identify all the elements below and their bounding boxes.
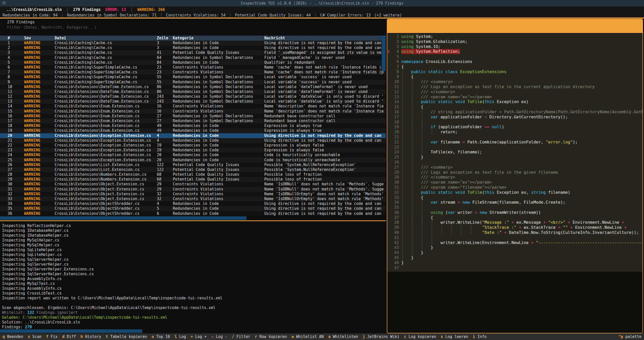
col-header-file[interactable]: Datei bbox=[55, 36, 157, 40]
shortcut-row-kopieren[interactable]: r Row kopieren bbox=[255, 334, 287, 339]
table-row[interactable]: 29WARNINGCrossLib\Extensions\Numbers.Ext… bbox=[0, 177, 386, 182]
findings-panel-title: 279 Findings bbox=[7, 20, 35, 24]
code-line: 20│ │ │ │ return; bbox=[387, 129, 642, 135]
shortcut-log[interactable]: l Log bbox=[175, 334, 186, 339]
table-row[interactable]: 15WARNINGCrossLib\Extensions\Enum.Extens… bbox=[0, 109, 386, 114]
status-bar: ..\CrossLib\CrossLib.sln │ 279 Findings … bbox=[0, 7, 644, 12]
code-line: 1using System; bbox=[387, 34, 642, 39]
table-row[interactable]: 20WARNINGCrossLib\Extensions\Exception.E… bbox=[0, 133, 386, 138]
col-header-sev[interactable]: Sev bbox=[24, 36, 55, 40]
shortcut-beenden[interactable]: q Beenden bbox=[3, 334, 23, 339]
code-line: 3using System.IO; bbox=[387, 44, 642, 49]
log-line: Inspecting MySqlHelper.cs bbox=[2, 238, 383, 243]
table-row[interactable]: 24WARNINGCrossLib\Extensions\Exception.E… bbox=[0, 153, 386, 157]
table-row[interactable]: 10WARNINGCrossLib\Extensions\DateTime.Ex… bbox=[0, 85, 386, 89]
shortcut-filter[interactable]: / Filter bbox=[232, 334, 250, 339]
code-line: 13│ │ /// <param name="ex"></param> bbox=[387, 94, 642, 100]
code-line: 11│ │ /// Logs an exception as text file… bbox=[387, 84, 642, 89]
table-row[interactable]: 30WARNINGCrossLib\Extensions\Object.Exte… bbox=[0, 182, 386, 187]
category-stat: Potential Code Quality Issues: 44 bbox=[235, 13, 311, 18]
col-header-category[interactable]: Kategorie bbox=[173, 36, 264, 40]
shortcut-whitelist-an[interactable]: w Whitelist AN bbox=[292, 334, 324, 339]
log-horizontal-scrollbar-thumb[interactable] bbox=[0, 329, 142, 333]
table-vertical-scrollbar-thumb[interactable] bbox=[382, 36, 386, 71]
table-row[interactable]: 31WARNINGCrossLib\Extensions\Object.Exte… bbox=[0, 187, 386, 192]
shortcut-log-[interactable]: + Log + bbox=[191, 334, 207, 339]
log-line: Inspection report was written to C:\User… bbox=[2, 296, 383, 301]
separator: │ bbox=[66, 7, 69, 12]
code-line: 15│ │ { bbox=[387, 104, 642, 109]
shortcut-tabelle-kopieren[interactable]: t Tabelle kopieren bbox=[106, 334, 147, 339]
palette-shortcut[interactable]: ^p palette bbox=[619, 334, 641, 339]
shortcut-top-10[interactable]: o Top 10 bbox=[152, 334, 170, 339]
table-row[interactable]: 1WARNINGCrossLib\Caching\Cache.cs3Redund… bbox=[0, 41, 386, 45]
category-stat: Constraints Violations: 54 bbox=[166, 13, 226, 18]
log-line: Scan abgeschlossen. Ergebnis: C:\Users\M… bbox=[2, 305, 383, 310]
table-row[interactable]: 25WARNINGCrossLib\Extensions\Exception.E… bbox=[0, 158, 386, 163]
table-row[interactable]: 11WARNINGCrossLib\Extensions\DateTime.Ex… bbox=[0, 89, 386, 94]
table-row[interactable]: 8WARNINGCrossLib\Caching\SuperSimpleCach… bbox=[0, 75, 386, 79]
table-row[interactable]: 17WARNINGCrossLib\Extensions\Enum.Extens… bbox=[0, 119, 386, 123]
table-row[interactable]: 28WARNINGCrossLib\Extensions\Numbers.Ext… bbox=[0, 172, 386, 177]
table-row[interactable]: 14WARNINGCrossLib\Extensions\Enum.Extens… bbox=[0, 104, 386, 109]
table-row[interactable]: 26WARNINGCrossLib\Extensions\List.Extens… bbox=[0, 163, 386, 167]
code-line: 12│ │ /// </summary> bbox=[387, 89, 642, 94]
table-row[interactable]: 9WARNINGCrossLib\Caching\SuperSimpleCach… bbox=[0, 80, 386, 85]
table-row[interactable]: 13WARNINGCrossLib\Extensions\DateTime.Ex… bbox=[0, 99, 386, 104]
code-line: 44│ │ } bbox=[387, 250, 642, 255]
shortcut-info[interactable]: i Info bbox=[473, 334, 486, 339]
top-divider bbox=[0, 18, 644, 19]
shortcut-log-leeren[interactable]: x Log leeren bbox=[441, 334, 468, 339]
table-row[interactable]: 4WARNINGCrossLib\Caching\Cache.cs64Redun… bbox=[0, 55, 386, 60]
code-line: 24│ │ │ ToFile(ex, filename); bbox=[387, 150, 642, 155]
table-horizontal-scrollbar-thumb[interactable] bbox=[0, 216, 247, 220]
table-row[interactable]: 27WARNINGCrossLib\Extensions\List.Extens… bbox=[0, 167, 386, 172]
code-line: 6namespace CrossLib.Extensions bbox=[387, 59, 642, 64]
col-header-line[interactable]: Zeile bbox=[157, 36, 173, 40]
code-line: 27│ │ /// <summary> bbox=[387, 165, 642, 170]
table-row[interactable]: 16WARNINGCrossLib\Extensions\Enum.Extens… bbox=[0, 114, 386, 119]
code-panel[interactable]: CrossLib\Extensions\Exception.Extension.… bbox=[387, 19, 643, 333]
shortcut-diff[interactable]: d Diff bbox=[62, 334, 76, 339]
table-row[interactable]: 6WARNINGCrossLib\Caching\SuperSimpleCach… bbox=[0, 65, 386, 70]
shortcut-history[interactable]: h History bbox=[81, 334, 101, 339]
log-line: Inspecting AssemblyInfo.cs bbox=[2, 286, 383, 291]
code-line: 8│ public static class ExceptionExtensio… bbox=[387, 69, 642, 74]
findings-count: 279 Findings bbox=[73, 7, 101, 12]
table-row[interactable]: 18WARNINGCrossLib\Extensions\Enum.Extens… bbox=[0, 123, 386, 128]
code-line: 21│ │ │ bbox=[387, 135, 642, 140]
shortcut-whitelisten[interactable]: a Whitelisten bbox=[328, 334, 358, 339]
app-window: ⭘ InspectCode TUI v2.0.0 (2026) - ..\Cro… bbox=[0, 0, 644, 340]
table-row[interactable]: 36WARNINGCrossLib\Extensions\ObjectShred… bbox=[0, 211, 386, 216]
highlighted-code-line: ❯4using System.Reflection; bbox=[387, 49, 642, 54]
table-row[interactable]: 3WARNINGCrossLib\Caching\Cache.cs41Poten… bbox=[0, 50, 386, 55]
code-line: 29│ │ /// </summary> bbox=[387, 175, 642, 180]
filter-input[interactable]: Filter (Datei, Nachricht, Kategorie...) bbox=[7, 25, 363, 30]
shortcut-scan[interactable]: s Scan bbox=[28, 334, 41, 339]
col-header-message[interactable]: Nachricht bbox=[264, 36, 386, 40]
table-row[interactable]: 7WARNINGCrossLib\Caching\SuperSimpleCach… bbox=[0, 70, 386, 75]
table-row[interactable]: 2WARNINGCrossLib\Caching\Cache.cs3Redund… bbox=[0, 45, 386, 50]
code-line: 16│ │ │ // string applicationFolder = Pa… bbox=[387, 109, 642, 115]
shortcut-jetbrains-wiki[interactable]: j JetBrains Wiki bbox=[363, 334, 400, 339]
shortcut-fix[interactable]: f Fix bbox=[46, 334, 57, 339]
code-line: 47 bbox=[387, 265, 642, 270]
log-line: Geladen: C:\Users\Michael\AppData\Local\… bbox=[2, 315, 383, 320]
table-row[interactable]: 23WARNINGCrossLib\Extensions\Exception.E… bbox=[0, 148, 386, 153]
table-row[interactable]: 35WARNINGCrossLib\Extensions\ObjectShred… bbox=[0, 206, 386, 211]
table-row[interactable]: 34WARNINGCrossLib\Extensions\ObjectShred… bbox=[0, 201, 386, 206]
window-title: InspectCode TUI v2.0.0 (2026) - ..\Cross… bbox=[240, 1, 403, 6]
shortcut-log-[interactable]: - Log - bbox=[211, 334, 227, 339]
table-row[interactable]: 12WARNINGCrossLib\Extensions\DateTime.Ex… bbox=[0, 94, 386, 99]
table-row[interactable]: 21WARNINGCrossLib\Extensions\Exception.E… bbox=[0, 138, 386, 143]
table-row[interactable]: 32WARNINGCrossLib\Extensions\Object.Exte… bbox=[0, 192, 386, 197]
table-row[interactable]: 22WARNINGCrossLib\Extensions\Exception.E… bbox=[0, 143, 386, 148]
col-header-num[interactable]: # bbox=[8, 36, 24, 40]
table-row[interactable]: 19WARNINGCrossLib\Extensions\Enum.Extens… bbox=[0, 128, 386, 133]
log-line: Inspecting IDatabaseHelper.cs bbox=[2, 228, 383, 233]
shortcut-log-kopieren[interactable]: c Log kopieren bbox=[404, 334, 436, 339]
table-row[interactable]: 33WARNINGCrossLib\Extensions\Object.Exte… bbox=[0, 197, 386, 201]
log-panel[interactable]: Inspecting ReflectionHelper.csInspecting… bbox=[2, 223, 383, 330]
code-line: 2using System.Globalization; bbox=[387, 39, 642, 44]
table-row[interactable]: 5WARNINGCrossLib\Caching\Cache.cs84Redun… bbox=[0, 60, 386, 65]
